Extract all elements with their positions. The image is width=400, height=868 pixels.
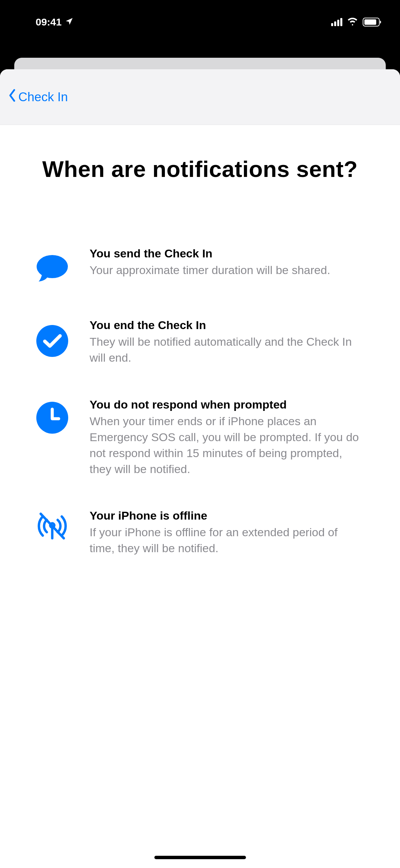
status-bar: 09:41 — [0, 0, 400, 34]
status-time: 09:41 — [36, 16, 62, 28]
chat-bubble-icon — [35, 252, 69, 286]
item-title: Your iPhone is offline — [90, 509, 365, 522]
page-title: When are notifications sent? — [35, 156, 365, 182]
svg-point-1 — [36, 325, 68, 357]
item-title: You do not respond when prompted — [90, 398, 365, 411]
cellular-icon — [331, 18, 342, 26]
info-item-end: You end the Check In They will be notifi… — [35, 319, 365, 366]
content: When are notifications sent? You send th… — [0, 125, 400, 556]
status-left: 09:41 — [36, 16, 73, 28]
back-button[interactable]: Check In — [7, 88, 68, 106]
item-title: You send the Check In — [90, 247, 365, 260]
info-item-offline: Your iPhone is offline If your iPhone is… — [35, 509, 365, 556]
item-desc: If your iPhone is offline for an extende… — [90, 524, 365, 556]
info-item-send: You send the Check In Your approximate t… — [35, 247, 365, 286]
info-item-no-response: You do not respond when prompted When yo… — [35, 398, 365, 477]
navigation-bar: Check In — [0, 69, 400, 125]
item-title: You end the Check In — [90, 319, 365, 332]
battery-icon — [363, 18, 380, 26]
modal-sheet: Check In When are notifications sent? Yo… — [0, 69, 400, 868]
item-desc: Your approximate timer duration will be … — [90, 262, 365, 278]
modal-sheet-stack: Check In When are notifications sent? Yo… — [0, 61, 400, 868]
location-icon — [65, 16, 73, 28]
home-indicator[interactable] — [154, 856, 246, 859]
checkmark-circle-icon — [35, 324, 69, 358]
status-right — [331, 17, 380, 27]
item-desc: When your timer ends or if iPhone places… — [90, 413, 365, 477]
svg-point-0 — [37, 255, 68, 278]
item-desc: They will be notified automatically and … — [90, 334, 365, 366]
clock-icon — [35, 401, 69, 435]
offline-antenna-icon — [35, 509, 69, 543]
back-label: Check In — [18, 90, 68, 104]
wifi-icon — [347, 17, 358, 27]
chevron-left-icon — [7, 88, 18, 106]
